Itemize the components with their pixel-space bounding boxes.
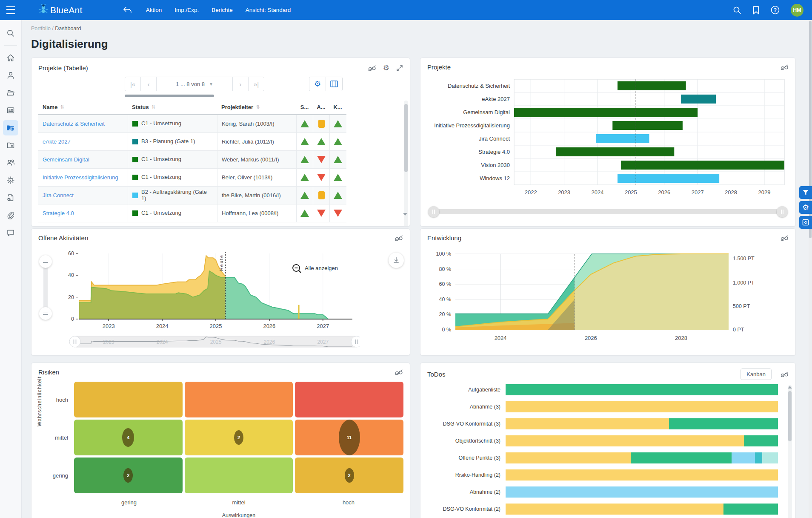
settings-gear-icon[interactable]: ⚙ (799, 201, 812, 214)
download-icon[interactable] (389, 253, 404, 268)
column-header[interactable]: S... (296, 104, 313, 110)
risk-count-bubble[interactable]: 4 (122, 428, 134, 447)
gantt-bar[interactable] (618, 81, 686, 90)
project-link[interactable]: Gemeinsam Digital (43, 156, 89, 163)
todo-stacked-bar[interactable] (506, 401, 778, 412)
todos-vertical-scrollbar[interactable] (788, 385, 792, 518)
menu-item-berichte[interactable]: Berichte (212, 7, 233, 13)
development-area-chart[interactable]: 0 %20 %40 %60 %80 %100 %0 PT500 PT1.000 … (426, 247, 789, 350)
hamburger-menu-icon[interactable] (0, 6, 21, 14)
risk-matrix-cell[interactable] (185, 382, 293, 417)
todo-stacked-bar[interactable] (506, 504, 778, 515)
menu-item-imp-exp[interactable]: Imp./Exp. (174, 7, 199, 13)
glasses-view-icon[interactable] (395, 369, 403, 375)
user-avatar[interactable]: HM (791, 4, 803, 17)
todo-stacked-bar[interactable] (506, 435, 778, 446)
project-link[interactable]: eAkte 2027 (43, 138, 71, 145)
pager-next-button[interactable]: › (233, 77, 249, 91)
sidebar-item-chat[interactable] (3, 225, 18, 240)
glasses-view-icon[interactable] (780, 64, 789, 70)
sidebar-item-services[interactable] (3, 173, 18, 188)
pager-prev-button[interactable]: ‹ (141, 77, 157, 91)
gantt-bar[interactable] (681, 95, 716, 104)
table-columns-icon[interactable] (326, 77, 342, 91)
pager-range-dropdown[interactable]: 1 ... 8 von 8▼ (157, 77, 233, 91)
menu-item-aktion[interactable]: Aktion (146, 7, 162, 13)
gear-icon[interactable]: ⚙ (383, 63, 389, 72)
risk-matrix-cell[interactable]: 2 (74, 458, 183, 493)
filter-icon[interactable] (799, 186, 812, 199)
risk-matrix-cell[interactable]: 4 (74, 420, 183, 455)
activity-slider-bottom-handle[interactable] (39, 307, 52, 320)
undo-icon[interactable] (123, 6, 132, 14)
column-header[interactable]: K... (329, 104, 346, 110)
activity-minimap[interactable]: 20232024202520262027 (58, 334, 360, 350)
gantt-slider-right-handle[interactable] (777, 206, 788, 217)
glasses-view-icon[interactable] (395, 235, 403, 241)
risk-matrix-cell[interactable]: 2 (295, 458, 403, 493)
help-icon[interactable]: ? (771, 6, 780, 14)
sort-icon[interactable]: ⇅ (152, 104, 155, 110)
page-scrollbar[interactable] (809, 20, 812, 518)
gantt-bar[interactable] (514, 108, 698, 117)
sidebar-item-portfolio[interactable] (3, 120, 18, 135)
table-settings-gear-icon[interactable]: ⚙ (309, 77, 326, 91)
sidebar-item-folder[interactable] (3, 85, 18, 101)
menu-item-ansicht[interactable]: Ansicht: Standard (246, 7, 291, 13)
glasses-view-icon[interactable] (780, 235, 789, 241)
sidebar-search-icon[interactable] (3, 26, 18, 41)
todo-stacked-bar[interactable] (506, 469, 778, 481)
column-header[interactable]: Status⇅ (128, 104, 217, 110)
risk-matrix-cell[interactable] (295, 382, 403, 417)
sort-icon[interactable]: ⇅ (60, 104, 64, 110)
breadcrumb-parent[interactable]: Portfolio (31, 26, 51, 32)
pager-first-button[interactable]: |« (125, 77, 141, 91)
project-link[interactable]: Jira Connect (43, 192, 74, 199)
gantt-chart[interactable]: 20222023202420252026202720282029Datensch… (425, 76, 791, 204)
table-scroll-down-arrow[interactable] (403, 213, 407, 216)
column-header[interactable]: Name⇅ (38, 104, 128, 110)
project-link[interactable]: Strategie 4.0 (43, 210, 74, 216)
risk-count-bubble[interactable]: 11 (339, 420, 360, 455)
table-horizontal-scrollbar[interactable] (125, 95, 214, 97)
project-link[interactable]: Datenschutz & Sicherheit (43, 121, 105, 127)
sidebar-item-home[interactable] (3, 50, 18, 66)
gantt-slider-left-handle[interactable] (428, 206, 439, 217)
search-icon[interactable] (733, 6, 741, 14)
todo-stacked-bar[interactable] (506, 418, 778, 429)
minimap-left-handle[interactable] (69, 336, 80, 347)
minimap-right-handle[interactable] (351, 336, 360, 347)
risk-matrix-cell[interactable] (74, 382, 183, 417)
project-link[interactable]: Initiative Prozessdigitalisierung (43, 174, 118, 181)
sidebar-item-document-check[interactable] (3, 190, 18, 205)
risk-matrix-cell[interactable] (185, 458, 293, 493)
gantt-bar[interactable] (618, 174, 719, 183)
sidebar-item-news-card[interactable] (3, 103, 18, 118)
blueant-logo[interactable]: BlueAnt (38, 4, 83, 17)
risk-count-bubble[interactable]: 2 (234, 430, 243, 445)
gantt-bar[interactable] (596, 134, 649, 143)
activity-slider-top-handle[interactable] (39, 255, 52, 268)
risk-count-bubble[interactable]: 2 (123, 468, 133, 483)
activity-area-chart[interactable]: 0204060Heute20232024202520262027Alle anz… (58, 247, 360, 335)
pager-last-button[interactable]: »| (249, 77, 264, 91)
sidebar-item-projects[interactable] (3, 138, 18, 153)
kanban-button[interactable]: Kanban (741, 368, 772, 380)
gantt-bar[interactable] (612, 121, 683, 130)
column-header[interactable]: A... (313, 104, 329, 110)
risk-matrix-cell[interactable]: 11 (295, 420, 403, 455)
sidebar-item-person[interactable] (3, 68, 18, 83)
gantt-bar[interactable] (621, 161, 784, 170)
collapse-panel-icon[interactable] (799, 216, 812, 229)
glasses-view-icon[interactable] (780, 371, 789, 377)
todo-stacked-bar[interactable] (506, 384, 778, 395)
risk-matrix-cell[interactable]: 2 (185, 420, 293, 455)
sort-icon[interactable]: ⇅ (256, 104, 260, 110)
column-header[interactable]: Projektleiter⇅ (217, 104, 296, 110)
risk-count-bubble[interactable]: 2 (345, 468, 354, 483)
expand-icon[interactable] (396, 65, 403, 72)
todo-stacked-bar[interactable] (506, 486, 778, 498)
table-vertical-scrollbar[interactable] (404, 101, 408, 227)
todo-stacked-bar[interactable] (506, 452, 778, 463)
sidebar-item-people[interactable] (3, 155, 18, 170)
